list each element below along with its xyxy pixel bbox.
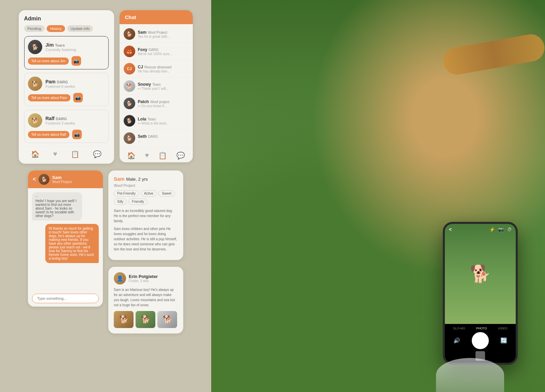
admin-tabs: Pending History Update info xyxy=(24,25,109,32)
chat-nav-chat[interactable]: 💬 xyxy=(176,151,185,160)
jim-org: Tears xyxy=(55,43,65,47)
chat-preview-seth: ... xyxy=(138,139,189,143)
foster-card-pam: 🐕 Pam DARG Fostered 6 weeks Tell us more… xyxy=(24,73,109,106)
chat-avatar-cj: CJ xyxy=(124,63,135,75)
pam-camera-btn[interactable]: 📷 xyxy=(73,93,83,102)
conversation-input-row xyxy=(28,290,103,307)
right-panel: 🐕 < ⚡ 📷 ⏱ SLO-MO PHOTO xyxy=(211,0,545,392)
pam-tell-btn[interactable]: Tell us more about Pam xyxy=(28,94,71,101)
jim-name: Jim Tears xyxy=(46,42,76,48)
tab-update-info[interactable]: Update info xyxy=(67,25,93,32)
review-photo-1: 🐕 xyxy=(114,311,134,328)
foster-details-pam: Pam DARG Fostered 6 weeks xyxy=(46,79,75,88)
chat-nav-home[interactable]: 🏠 xyxy=(127,151,136,160)
review-photo-2: 🐕 xyxy=(136,311,155,328)
chat-item-sam[interactable]: 🐕 Sam Woof Project Yes he is great with.… xyxy=(120,26,193,43)
pam-status: Fostered 6 weeks xyxy=(46,84,75,88)
admin-nav-chat[interactable]: 💬 xyxy=(93,150,102,158)
chat-content-seth: Seth DARG ... xyxy=(138,134,189,143)
chat-preview-cj: He has already bee... xyxy=(138,69,189,73)
chat-avatar-snowy: 🐕 xyxy=(124,80,135,92)
tag-silly: Silly xyxy=(114,198,127,205)
conversation-panel: < 🐕 Sam Woof Project ↩ Hello! I hope you… xyxy=(28,170,103,307)
chat-content-lola: Lola Tears ↩ What is the best... xyxy=(138,117,189,125)
foster-card-ralf: 🐕 Ralf DARG Fostered 3 weeks Tell us mor… xyxy=(24,110,109,143)
admin-nav-heart[interactable]: ♥ xyxy=(53,150,57,158)
chat-org-foxy: DARG xyxy=(149,48,159,52)
chat-item-lola[interactable]: 🐕 Lola Tears ↩ What is the best... xyxy=(120,112,193,130)
profile-dog-org: Woof Project xyxy=(114,183,178,187)
avatar-pam: 🐕 xyxy=(28,77,42,91)
chat-org-cj: Rescue obsessed xyxy=(144,65,172,69)
chat-name-seth: Seth xyxy=(138,134,147,139)
jim-tell-btn[interactable]: Tell us more about Jim xyxy=(28,58,69,65)
mode-photo[interactable]: PHOTO xyxy=(476,327,487,330)
chat-name-patch: Patch xyxy=(138,99,149,104)
message-input[interactable] xyxy=(32,294,99,303)
jim-actions: Tell us more about Jim 📷 xyxy=(28,56,105,66)
mode-slomo[interactable]: SLO-MO xyxy=(453,327,465,330)
avatar-ralf: 🐕 xyxy=(28,113,42,128)
chat-preview-snowy: ↩ Thank you! I will... xyxy=(138,87,189,91)
chat-item-foxy[interactable]: 🦊 Foxy DARG We're not 100% sure... xyxy=(120,43,193,60)
mode-video[interactable]: VIDEO xyxy=(498,327,508,330)
conversation-header: < 🐕 Sam Woof Project xyxy=(28,170,103,188)
phone-timer-icon[interactable]: ⏱ xyxy=(507,227,512,232)
phone-camera-icon[interactable]: 📷 xyxy=(498,227,504,232)
conversation-messages: ↩ Hello! I hope you are well! I wanted t… xyxy=(28,188,103,290)
bottom-row: < 🐕 Sam Woof Project ↩ Hello! I hope you… xyxy=(28,170,183,333)
tag-active: Active xyxy=(141,190,157,197)
flip-camera-icon[interactable]: 🔄 xyxy=(500,337,507,344)
reviewer-info: 👤 Erin Potgieter Foster, 3 wks xyxy=(114,272,178,284)
ralf-status: Fostered 3 weeks xyxy=(46,121,75,125)
dog-fur xyxy=(436,358,504,392)
chat-item-patch[interactable]: 🐕 Patch Woof project ↩ Do you know if... xyxy=(120,95,193,112)
foster-info-ralf: 🐕 Ralf DARG Fostered 3 weeks xyxy=(28,113,105,128)
profile-tags: Pet-Friendly Active Sweet Silly Friendly xyxy=(114,190,178,205)
chat-name-cj: CJ xyxy=(138,65,143,69)
admin-nav-list[interactable]: 📋 xyxy=(71,150,79,158)
message-received-1: ↩ Hello! I hope you are well! I wanted t… xyxy=(32,192,82,220)
conv-dog-info: Sam Woof Project xyxy=(52,175,72,184)
volume-icon[interactable]: 🔊 xyxy=(453,337,460,344)
chat-list: 🐕 Sam Woof Project Yes he is great with.… xyxy=(120,24,193,148)
profile-dog-age: Male, 2 yrs xyxy=(126,177,148,182)
camera-shutter-row: 🔊 🔄 xyxy=(448,332,513,349)
admin-nav-home[interactable]: 🏠 xyxy=(31,150,40,158)
chat-item-cj[interactable]: CJ CJ Rescue obsessed He has already bee… xyxy=(120,60,193,78)
chat-item-snowy[interactable]: 🐕 Snowy Tears ↩ Thank you! I will... xyxy=(120,78,193,95)
chat-nav-list[interactable]: 📋 xyxy=(158,151,167,160)
phone-mockup: 🐕 < ⚡ 📷 ⏱ SLO-MO PHOTO xyxy=(443,222,518,365)
tab-pending[interactable]: Pending xyxy=(24,25,45,32)
ralf-name: Ralf DARG xyxy=(46,116,75,121)
camera-modes: SLO-MO PHOTO VIDEO xyxy=(448,327,513,330)
ralf-tell-btn[interactable]: Tell us more about Ralf xyxy=(28,131,69,138)
tag-pet-friendly: Pet-Friendly xyxy=(114,190,139,197)
back-button[interactable]: < xyxy=(33,176,36,182)
shutter-button[interactable] xyxy=(472,332,489,349)
message-text-sent-1: Hi thanks so much for getting in touch! … xyxy=(49,227,94,260)
phone-flash-icon[interactable]: ⚡ xyxy=(489,227,495,232)
chat-nav-heart[interactable]: ♥ xyxy=(145,151,149,160)
phone-camera-view: 🐕 < ⚡ 📷 ⏱ xyxy=(445,224,516,324)
phone-screen: 🐕 < ⚡ 📷 ⏱ SLO-MO PHOTO xyxy=(445,224,516,363)
chat-item-seth[interactable]: 🐕 Seth DARG ... xyxy=(120,130,193,147)
chat-avatar-patch: 🐕 xyxy=(124,98,135,109)
phone-back-icon[interactable]: < xyxy=(449,227,452,232)
profile-desc-1: Sam is an incredibly good natured dog. H… xyxy=(114,208,178,224)
tab-history[interactable]: History xyxy=(47,25,65,32)
chat-name-foxy: Foxy xyxy=(138,47,147,52)
chat-name-snowy: Snowy xyxy=(138,82,151,87)
ralf-actions: Tell us more about Ralf 📷 xyxy=(28,130,105,139)
phone-top-bar: < ⚡ 📷 ⏱ xyxy=(445,227,516,232)
conv-dog-name: Sam xyxy=(52,175,72,180)
review-photo-3: 🐕 xyxy=(157,311,177,328)
jim-camera-btn[interactable]: 📷 xyxy=(72,56,81,66)
conv-dog-sub: Woof Project xyxy=(52,180,72,184)
conv-dog-avatar: 🐕 xyxy=(38,174,49,185)
ralf-camera-btn[interactable]: 📷 xyxy=(72,130,82,139)
dog-profile-panel: Sam Male, 2 yrs Woof Project Pet-Friendl… xyxy=(108,170,183,260)
chat-preview-lola: ↩ What is the best... xyxy=(138,121,189,125)
message-text-received-1: Hello! I hope you are well! I wanted to … xyxy=(35,199,77,218)
chat-avatar-foxy: 🦊 xyxy=(124,46,135,57)
